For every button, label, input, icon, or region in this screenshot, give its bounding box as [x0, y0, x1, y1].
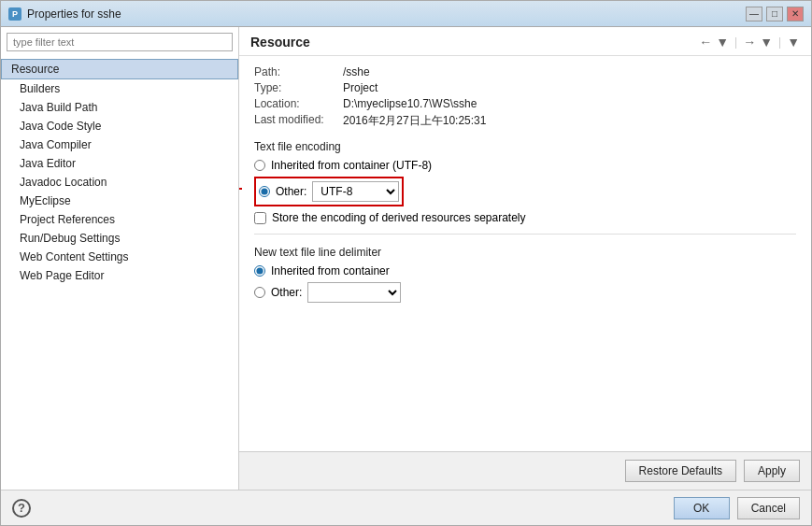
nav-separator2: | [778, 36, 781, 49]
right-panel-title: Resource [250, 35, 310, 50]
location-label: Location: [254, 97, 343, 110]
other-delimiter-row: Other: Unix Windows Mac OS 9 [254, 282, 796, 303]
nav-separator: | [734, 36, 737, 49]
right-content: Path: /sshe Type: Project Location: D:\m… [239, 56, 811, 451]
title-bar: P Properties for sshe — □ ✕ [1, 1, 811, 27]
type-row: Type: Project [254, 81, 796, 94]
store-encoding-label: Store the encoding of derived resources … [272, 211, 526, 224]
nav-item-web-content-settings[interactable]: Web Content Settings [1, 248, 238, 266]
close-button[interactable]: ✕ [787, 7, 804, 21]
nav-item-java-compiler[interactable]: Java Compiler [1, 135, 238, 154]
inherited-delimiter-radio[interactable] [254, 265, 265, 277]
other-delimiter-radio[interactable] [254, 287, 265, 298]
modified-row: Last modified: 2016年2月27日上午10:25:31 [254, 113, 796, 129]
dialog-footer: ? OK Cancel [1, 490, 811, 525]
inherited-encoding-radio[interactable] [254, 160, 265, 171]
path-label: Path: [254, 65, 343, 78]
other-encoding-label: Other: [276, 185, 306, 198]
title-bar-left: P Properties for sshe [8, 7, 121, 21]
right-header: Resource ← ▼ | → ▼ | ▼ [239, 27, 811, 56]
forward-arrow[interactable]: → [743, 35, 756, 50]
right-panel: Resource ← ▼ | → ▼ | ▼ Path: /sshe [239, 27, 811, 490]
help-button[interactable]: ? [12, 499, 31, 518]
nav-item-web-page-editor[interactable]: Web Page Editor [1, 266, 238, 285]
back-arrow[interactable]: ← [699, 35, 712, 50]
type-value: Project [343, 81, 378, 94]
footer-left: ? [12, 499, 31, 518]
content-area: Resource Builders Java Build Path Java C… [1, 27, 811, 490]
nav-item-builders[interactable]: Builders [1, 79, 238, 98]
cancel-button[interactable]: Cancel [737, 497, 800, 519]
inherited-delimiter-row: Inherited from container [254, 264, 796, 277]
left-panel: Resource Builders Java Build Path Java C… [1, 27, 239, 490]
nav-item-java-code-style[interactable]: Java Code Style [1, 117, 238, 135]
panel-buttons: Restore Defaults Apply [239, 451, 811, 490]
nav-item-java-editor[interactable]: Java Editor [1, 154, 238, 173]
modified-value: 2016年2月27日上午10:25:31 [343, 113, 486, 129]
other-delimiter-label: Other: [271, 286, 302, 299]
apply-button[interactable]: Apply [744, 460, 800, 482]
path-row: Path: /sshe [254, 65, 796, 78]
inherited-encoding-label: Inherited from container (UTF-8) [271, 159, 432, 172]
menu-arrow[interactable]: ▼ [787, 35, 800, 50]
filter-input[interactable] [7, 33, 233, 51]
dialog-title: Properties for sshe [27, 7, 121, 21]
red-arrow-svg [239, 178, 249, 199]
nav-item-java-build-path[interactable]: Java Build Path [1, 98, 238, 117]
modified-label: Last modified: [254, 113, 343, 129]
encoding-section-title: Text file encoding [254, 140, 796, 153]
back-arrow-dropdown[interactable]: ▼ [716, 35, 729, 50]
title-controls: — □ ✕ [746, 7, 804, 21]
location-row: Location: D:\myeclipse10.7\WS\sshe [254, 97, 796, 110]
nav-item-resource[interactable]: Resource [1, 59, 238, 79]
other-encoding-row: Other: UTF-8 ISO-8859-1 US-ASCII UTF-16 … [254, 177, 404, 206]
ok-button[interactable]: OK [674, 497, 730, 519]
type-label: Type: [254, 81, 343, 94]
store-encoding-row: Store the encoding of derived resources … [254, 211, 796, 224]
path-value: /sshe [343, 65, 370, 78]
inherited-encoding-row: Inherited from container (UTF-8) [254, 159, 796, 172]
store-encoding-checkbox[interactable] [254, 212, 266, 224]
footer-right: OK Cancel [674, 497, 800, 519]
arrow-indicator [239, 178, 249, 199]
inherited-delimiter-label: Inherited from container [271, 264, 390, 277]
nav-list: Resource Builders Java Build Path Java C… [1, 57, 238, 490]
properties-dialog: P Properties for sshe — □ ✕ Resource Bui… [0, 0, 812, 526]
nav-item-javadoc-location[interactable]: Javadoc Location [1, 173, 238, 192]
maximize-button[interactable]: □ [766, 7, 783, 21]
nav-item-project-references[interactable]: Project References [1, 210, 238, 229]
nav-item-run-debug-settings[interactable]: Run/Debug Settings [1, 229, 238, 248]
dialog-icon: P [8, 7, 21, 21]
encoding-dropdown[interactable]: UTF-8 ISO-8859-1 US-ASCII UTF-16 UTF-16B… [312, 181, 399, 202]
other-encoding-container: Other: UTF-8 ISO-8859-1 US-ASCII UTF-16 … [254, 177, 796, 206]
restore-defaults-button[interactable]: Restore Defaults [625, 460, 736, 482]
delimiter-dropdown[interactable]: Unix Windows Mac OS 9 [307, 282, 401, 303]
header-nav-icons: ← ▼ | → ▼ | ▼ [699, 35, 800, 50]
section-separator [254, 234, 796, 235]
delimiter-section-title: New text file line delimiter [254, 246, 796, 259]
location-value: D:\myeclipse10.7\WS\sshe [343, 97, 477, 110]
other-encoding-radio[interactable] [259, 186, 270, 197]
nav-item-myeclipse[interactable]: MyEclipse [1, 192, 238, 210]
forward-arrow-dropdown[interactable]: ▼ [760, 35, 773, 50]
minimize-button[interactable]: — [746, 7, 762, 21]
